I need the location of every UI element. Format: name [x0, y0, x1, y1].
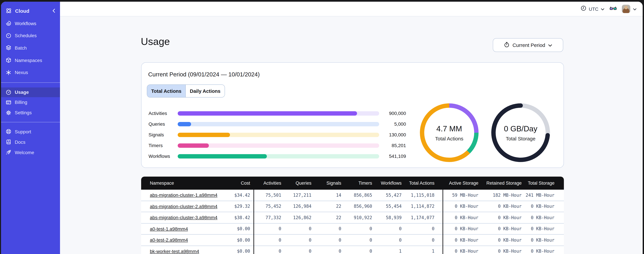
sidebar-item-label: Support	[15, 129, 31, 134]
usage-bar-fill	[178, 154, 267, 158]
avatar	[622, 5, 630, 13]
sidebar-item-schedules[interactable]: Schedules	[1, 31, 60, 40]
table-row: abs-migration-cluster-2.a98mm4$29.3275,4…	[141, 200, 564, 212]
timezone-selector[interactable]: UTC	[581, 5, 604, 12]
usage-bar-row: Workflows541,109	[148, 151, 406, 162]
chevron-down-icon	[633, 6, 636, 12]
account-menu[interactable]	[622, 5, 636, 13]
tab-daily-actions[interactable]: Daily Actions	[186, 85, 224, 97]
feedback-glasses-button[interactable]	[610, 5, 617, 12]
page-title: Usage	[141, 36, 170, 47]
table-cell: 0	[284, 226, 314, 232]
table-cell: 0 KB-Hour	[437, 238, 481, 242]
nexus-asterisk-icon	[6, 70, 12, 76]
sidebar-item-namespaces[interactable]: Namespaces	[1, 56, 60, 65]
usage-bar-value: 85,201	[379, 143, 406, 148]
table-cell: 0 KB-Hour	[437, 226, 481, 232]
collapse-sidebar-icon[interactable]	[51, 8, 57, 14]
table-cell: 75,501	[253, 193, 284, 198]
sidebar-item-label: Docs	[15, 140, 26, 145]
column-header-namespace: Namespace	[141, 180, 202, 186]
sidebar-item-workflows[interactable]: Workflows	[1, 18, 60, 28]
table-cell: 55,454	[375, 204, 404, 209]
table-cell: 0 KB-Hour	[524, 204, 564, 209]
usage-gauge-icon	[6, 90, 12, 95]
namespace-cell: a0-test-2.a98mm4	[141, 237, 202, 243]
sidebar-item-nexus[interactable]: Nexus	[1, 68, 60, 77]
actions-tabs: Total Actions Daily Actions	[147, 84, 225, 98]
usage-bar-chart: Activities900,000Queries5,000Signals130,…	[148, 108, 406, 162]
usage-bar-row: Timers85,201	[148, 140, 406, 151]
table-cell: 0 KB-Hour	[437, 215, 481, 220]
total-actions-value: 4.7 MM	[436, 124, 462, 133]
sidebar-item-label: Welcome	[15, 150, 34, 155]
usage-bar-track	[178, 111, 379, 116]
namespace-link[interactable]: a0-test-2.a98mm4	[150, 238, 188, 243]
app-window: Cloud Workflows	[1, 2, 643, 254]
sidebar-item-docs[interactable]: Docs	[1, 137, 60, 147]
usage-summary-card: Current Period (09/01/2024 — 10/01/2024)…	[141, 62, 564, 168]
table-cell: 22	[314, 215, 344, 220]
support-lifebuoy-icon	[6, 129, 12, 134]
sidebar-item-usage[interactable]: Usage	[1, 88, 60, 97]
column-header-retained-storage: Retained Storage	[481, 180, 524, 186]
usage-bar-fill	[178, 111, 357, 116]
sidebar-item-welcome[interactable]: Welcome	[1, 148, 60, 157]
sidebar-item-label: Nexus	[15, 70, 28, 75]
billing-card-icon	[6, 100, 12, 105]
column-header-signals: Signals	[314, 180, 344, 186]
table-cell: 75,452	[253, 204, 284, 209]
table-header-row: Namespace Cost Activities Queries Signal…	[141, 176, 564, 190]
namespace-link[interactable]: a0-test-1.a98mm4	[150, 226, 188, 232]
namespace-link[interactable]: bk-worker-test.a98mm4	[150, 249, 199, 254]
usage-bar-label: Timers	[148, 143, 178, 148]
usage-bar-label: Queries	[148, 121, 178, 127]
table-cell: 0	[404, 226, 437, 232]
sidebar-item-support[interactable]: Support	[1, 127, 60, 136]
usage-bar-value: 130,000	[379, 132, 406, 138]
table-cell: 0	[344, 226, 375, 232]
usage-bar-fill	[178, 132, 230, 137]
period-selector-button[interactable]: Current Period	[493, 38, 563, 52]
topbar: UTC	[60, 2, 643, 16]
table-row: abs-migration-cluster-1.a98mm4$34.4275,5…	[141, 190, 564, 200]
table-cell: 77,332	[253, 215, 284, 220]
chevron-down-icon	[548, 42, 552, 48]
total-actions-donut-center: 4.7 MM Total Actions	[418, 101, 481, 164]
timezone-label: UTC	[589, 6, 598, 12]
usage-bar-row: Activities900,000	[148, 108, 406, 118]
table-cell: 0 KB-Hour	[481, 204, 524, 209]
temporal-logo-icon	[5, 8, 12, 14]
sidebar-divider	[1, 82, 60, 83]
total-storage-donut: 0 GB/Day Total Storage	[489, 101, 552, 164]
table-row: bk-worker-test.a98mm4$0.000000110 KB-Hou…	[141, 246, 564, 254]
sidebar-item-settings[interactable]: Settings	[1, 108, 60, 118]
table-cell: 241 MB-Hour	[524, 193, 564, 198]
table-cell: 1	[404, 249, 437, 254]
table-cell: 55,427	[375, 193, 404, 198]
sidebar-item-batch[interactable]: Batch	[1, 43, 60, 52]
chevron-down-icon	[601, 6, 604, 12]
settings-gear-icon	[6, 110, 12, 116]
table-cell: 0 KB-Hour	[481, 215, 524, 220]
table-body: abs-migration-cluster-1.a98mm4$34.4275,5…	[141, 190, 564, 254]
table-cell: 0	[344, 249, 375, 254]
table-cell: 0	[284, 238, 314, 242]
table-cell: 0	[284, 249, 314, 254]
docs-book-icon	[6, 139, 12, 145]
table-cell: 0 KB-Hour	[437, 249, 481, 254]
total-actions-label: Total Actions	[435, 136, 463, 141]
sidebar-item-billing[interactable]: Billing	[1, 98, 60, 107]
table-cell: 0	[253, 226, 284, 232]
tab-total-actions[interactable]: Total Actions	[147, 85, 186, 97]
table-cell: 0	[314, 238, 344, 242]
usage-bar-label: Workflows	[148, 154, 178, 159]
usage-bar-track	[178, 122, 379, 126]
usage-bar-value: 541,109	[379, 154, 406, 159]
usage-bar-row: Queries5,000	[148, 118, 406, 129]
clock-icon	[581, 5, 586, 12]
table-cell: $0.00	[202, 249, 253, 254]
column-header-cost: Cost	[202, 180, 253, 186]
namespace-usage-table: Namespace Cost Activities Queries Signal…	[141, 176, 564, 254]
table-cell: 0	[253, 238, 284, 242]
